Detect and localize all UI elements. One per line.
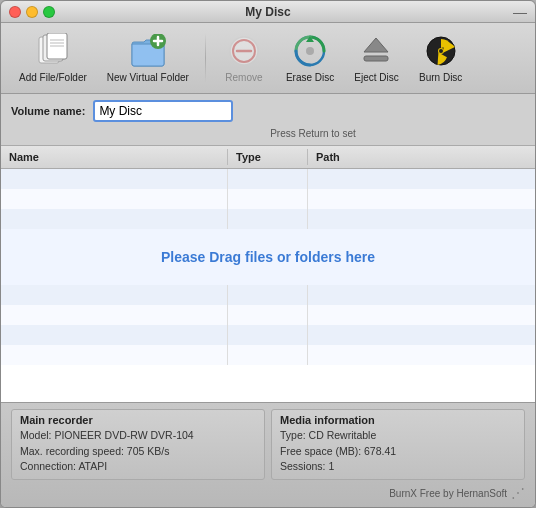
maximize-button[interactable] (43, 6, 55, 18)
title-bar: My Disc — (1, 1, 535, 23)
remove-label: Remove (225, 72, 262, 83)
add-file-folder-button[interactable]: Add File/Folder (11, 29, 95, 87)
file-table: Name Type Path Please Drag (1, 146, 535, 402)
traffic-lights (9, 6, 55, 18)
type-line: Type: CD Rewritable (280, 428, 516, 444)
table-row (1, 169, 535, 189)
eject-disc-icon (358, 33, 394, 69)
footer: BurnX Free by HernanSoft ⋰ (11, 485, 525, 501)
table-row (1, 209, 535, 229)
table-body: Please Drag files or folders here (1, 169, 535, 402)
media-info-box: Media information Type: CD Rewritable Fr… (271, 409, 525, 480)
burn-disc-icon (423, 33, 459, 69)
info-grid: Main recorder Model: PIONEER DVD-RW DVR-… (11, 409, 525, 480)
toolbar-separator (205, 33, 206, 83)
eject-disc-label: Eject Disc (354, 72, 398, 83)
table-row (1, 325, 535, 345)
eject-disc-button[interactable]: Eject Disc (346, 29, 406, 87)
volume-row: Volume name: My Disc Press Return to set (1, 94, 535, 146)
minimize-button[interactable] (26, 6, 38, 18)
main-window: My Disc — Add File/Folder (0, 0, 536, 508)
erase-disc-label: Erase Disc (286, 72, 334, 83)
new-virtual-folder-label: New Virtual Folder (107, 72, 189, 83)
window-collapse-icon[interactable]: — (513, 5, 527, 19)
add-file-folder-label: Add File/Folder (19, 72, 87, 83)
add-file-folder-icon (35, 33, 71, 69)
sessions-line: Sessions: 1 (280, 459, 516, 475)
volume-name-input[interactable]: My Disc (93, 100, 233, 122)
main-recorder-title: Main recorder (20, 414, 256, 426)
speed-line: Max. recording speed: 705 KB/s (20, 444, 256, 460)
svg-point-13 (306, 47, 314, 55)
svg-point-19 (439, 49, 443, 53)
media-info-title: Media information (280, 414, 516, 426)
volume-hint: Press Return to set (270, 128, 356, 139)
table-row (1, 189, 535, 209)
connection-line: Connection: ATAPI (20, 459, 256, 475)
new-virtual-folder-button[interactable]: New Virtual Folder (99, 29, 197, 87)
burn-disc-label: Burn Disc (419, 72, 462, 83)
table-row (1, 305, 535, 325)
model-line: Model: PIONEER DVD-RW DVR-104 (20, 428, 256, 444)
footer-text: BurnX Free by HernanSoft (389, 488, 507, 499)
drag-message: Please Drag files or folders here (161, 249, 375, 265)
volume-name-label: Volume name: (11, 105, 85, 117)
table-row (1, 345, 535, 365)
burn-disc-button[interactable]: Burn Disc (411, 29, 471, 87)
svg-marker-15 (364, 38, 388, 52)
toolbar: Add File/Folder New Virtual Folder (1, 23, 535, 94)
table-row (1, 285, 535, 305)
free-space-line: Free space (MB): 678.41 (280, 444, 516, 460)
remove-button[interactable]: Remove (214, 29, 274, 87)
close-button[interactable] (9, 6, 21, 18)
new-virtual-folder-icon (130, 33, 166, 69)
erase-disc-button[interactable]: Erase Disc (278, 29, 342, 87)
svg-rect-16 (364, 56, 388, 61)
col-path: Path (308, 149, 535, 165)
table-header: Name Type Path (1, 146, 535, 169)
footer-stripe-icon: ⋰ (511, 485, 525, 501)
erase-disc-icon (292, 33, 328, 69)
remove-icon (226, 33, 262, 69)
bottom-panel: Main recorder Model: PIONEER DVD-RW DVR-… (1, 402, 535, 507)
window-title: My Disc (245, 5, 290, 19)
main-recorder-box: Main recorder Model: PIONEER DVD-RW DVR-… (11, 409, 265, 480)
col-name: Name (1, 149, 228, 165)
col-type: Type (228, 149, 308, 165)
